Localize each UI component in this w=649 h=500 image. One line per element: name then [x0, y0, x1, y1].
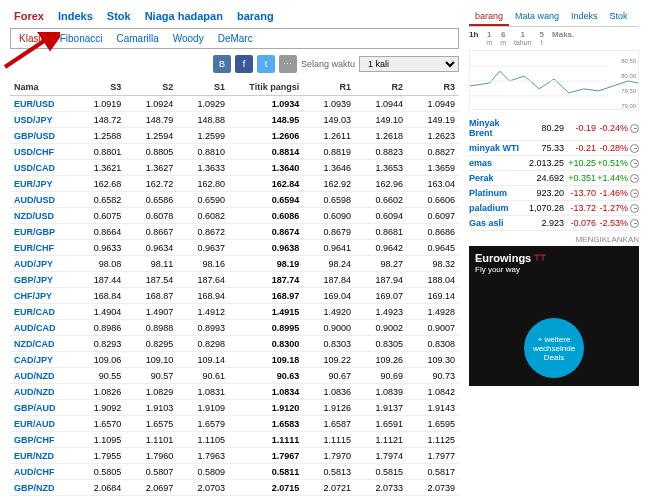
- share-fb-button[interactable]: f: [235, 55, 253, 73]
- pair-name[interactable]: EUR/AUD: [10, 416, 73, 432]
- r2-cell: 0.5815: [355, 464, 407, 480]
- pair-name[interactable]: CAD/JPY: [10, 352, 73, 368]
- pair-name[interactable]: NZD/USD: [10, 208, 73, 224]
- pivot-cell: 0.8814: [229, 144, 303, 160]
- table-row: AUD/CHF 0.5805 0.5807 0.5809 0.5811 0.58…: [10, 464, 459, 480]
- sidebar-tab[interactable]: Mata wang: [509, 8, 565, 26]
- pair-name[interactable]: GBP/USD: [10, 128, 73, 144]
- sidebar-tab[interactable]: barang: [469, 8, 509, 26]
- r3-cell: 0.9007: [407, 320, 459, 336]
- mini-chart[interactable]: 80,50 80,00 79,50 79,00: [469, 50, 639, 110]
- col-header[interactable]: Titik pangsi: [229, 79, 303, 96]
- table-row: NZD/CAD 0.8293 0.8295 0.8298 0.8300 0.83…: [10, 336, 459, 352]
- timeframe-option[interactable]: 1tahun: [514, 31, 532, 46]
- table-row: USD/CAD 1.3621 1.3627 1.3633 1.3640 1.36…: [10, 160, 459, 176]
- table-row: NZD/USD 0.6075 0.6078 0.6082 0.6086 0.60…: [10, 208, 459, 224]
- interval-select[interactable]: 1 kali: [359, 56, 459, 72]
- pair-name[interactable]: EUR/CHF: [10, 240, 73, 256]
- method-tab[interactable]: Fibonacci: [60, 33, 103, 44]
- s3-cell: 0.5805: [73, 464, 125, 480]
- pair-name[interactable]: USD/CNY: [10, 496, 73, 501]
- pair-name[interactable]: GBP/NZD: [10, 480, 73, 496]
- asset-tab[interactable]: barang: [237, 10, 274, 22]
- share-tw-button[interactable]: t: [257, 55, 275, 73]
- pair-name[interactable]: GBP/AUD: [10, 400, 73, 416]
- asset-tab[interactable]: Stok: [107, 10, 131, 22]
- pivot-cell: 0.8300: [229, 336, 303, 352]
- col-header[interactable]: R3: [407, 79, 459, 96]
- pair-name[interactable]: AUD/NZD: [10, 384, 73, 400]
- table-row: GBP/USD 1.2588 1.2594 1.2599 1.2606 1.26…: [10, 128, 459, 144]
- s3-cell: 90.55: [73, 368, 125, 384]
- s3-cell: 0.9633: [73, 240, 125, 256]
- s1-cell: 148.88: [177, 112, 229, 128]
- timeframe-option[interactable]: Maks.: [552, 31, 574, 46]
- instrument-row[interactable]: Gas asli 2.923 -0.076 -2.53%: [469, 216, 639, 231]
- instrument-row[interactable]: paladium 1,070.28 -13.72 -1.27%: [469, 201, 639, 216]
- timeframe-option[interactable]: 1h: [469, 31, 478, 46]
- pair-name[interactable]: USD/CHF: [10, 144, 73, 160]
- col-header[interactable]: S1: [177, 79, 229, 96]
- pair-name[interactable]: GBP/JPY: [10, 272, 73, 288]
- s1-cell: 0.8298: [177, 336, 229, 352]
- pair-name[interactable]: USD/CAD: [10, 160, 73, 176]
- pair-name[interactable]: USD/JPY: [10, 112, 73, 128]
- pair-name[interactable]: CHF/JPY: [10, 288, 73, 304]
- s3-cell: 162.68: [73, 176, 125, 192]
- timeframe-option[interactable]: 5t: [540, 31, 544, 46]
- method-tab[interactable]: Woody: [173, 33, 204, 44]
- instrument-row[interactable]: emas 2.013.25 +10.25 +0.51%: [469, 156, 639, 171]
- pair-name[interactable]: AUD/NZD: [10, 368, 73, 384]
- table-row: EUR/NZD 1.7955 1.7960 1.7963 1.7967 1.79…: [10, 448, 459, 464]
- asset-tab[interactable]: Indeks: [58, 10, 93, 22]
- instrument-name: Platinum: [469, 188, 524, 198]
- pair-name[interactable]: EUR/JPY: [10, 176, 73, 192]
- clock-icon: [630, 159, 639, 168]
- r1-cell: 0.8303: [303, 336, 355, 352]
- method-tab[interactable]: DeMarc: [218, 33, 253, 44]
- timeframe-option[interactable]: 1m: [486, 31, 492, 46]
- r2-cell: 0.8823: [355, 144, 407, 160]
- share-vk-button[interactable]: B: [213, 55, 231, 73]
- share-more-button[interactable]: ⋯: [279, 55, 297, 73]
- r3-cell: 169.14: [407, 288, 459, 304]
- pair-name[interactable]: GBP/CHF: [10, 432, 73, 448]
- instrument-row[interactable]: Platinum 923.20 -13.70 -1.46%: [469, 186, 639, 201]
- r2-cell: 1.0944: [355, 96, 407, 112]
- r3-cell: 0.8686: [407, 224, 459, 240]
- advertisement[interactable]: Eurowings ⸆⸆ Fly your way + weitere wech…: [469, 246, 639, 386]
- pair-name[interactable]: EUR/USD: [10, 96, 73, 112]
- clock-icon: [630, 174, 639, 183]
- r2-cell: 162.96: [355, 176, 407, 192]
- asset-tab[interactable]: Niaga hadapan: [145, 10, 223, 22]
- pair-name[interactable]: AUD/CHF: [10, 464, 73, 480]
- timeframe-option[interactable]: 6m: [500, 31, 506, 46]
- col-header[interactable]: S2: [125, 79, 177, 96]
- pair-name[interactable]: AUD/USD: [10, 192, 73, 208]
- pivot-cell: 98.19: [229, 256, 303, 272]
- pair-name[interactable]: AUD/JPY: [10, 256, 73, 272]
- svg-line-0: [5, 37, 50, 67]
- pair-name[interactable]: EUR/CAD: [10, 304, 73, 320]
- col-header[interactable]: R2: [355, 79, 407, 96]
- r2-cell: 1.7974: [355, 448, 407, 464]
- sidebar-tab[interactable]: Stok: [604, 8, 634, 26]
- instrument-row[interactable]: Perak 24.692 +0.351 +1.44%: [469, 171, 639, 186]
- sidebar-tab[interactable]: Indeks: [565, 8, 604, 26]
- instrument-row[interactable]: Minyak Brent 80.29 -0.19 -0.24%: [469, 116, 639, 141]
- method-tab[interactable]: Camarilla: [117, 33, 159, 44]
- pair-name[interactable]: NZD/CAD: [10, 336, 73, 352]
- pair-name[interactable]: EUR/GBP: [10, 224, 73, 240]
- instrument-row[interactable]: minyak WTI 75.33 -0.21 -0.28%: [469, 141, 639, 156]
- table-row: USD/CNY 7.1501 7.1507 7.1518 7.1524 7.15…: [10, 496, 459, 501]
- s1-cell: 1.0929: [177, 96, 229, 112]
- s2-cell: 1.4907: [125, 304, 177, 320]
- col-header[interactable]: Nama: [10, 79, 73, 96]
- col-header[interactable]: S3: [73, 79, 125, 96]
- pair-name[interactable]: AUD/CAD: [10, 320, 73, 336]
- pivot-cell: 90.63: [229, 368, 303, 384]
- col-header[interactable]: R1: [303, 79, 355, 96]
- asset-tab[interactable]: Forex: [14, 10, 44, 22]
- table-row: GBP/JPY 187.44 187.54 187.64 187.74 187.…: [10, 272, 459, 288]
- pair-name[interactable]: EUR/NZD: [10, 448, 73, 464]
